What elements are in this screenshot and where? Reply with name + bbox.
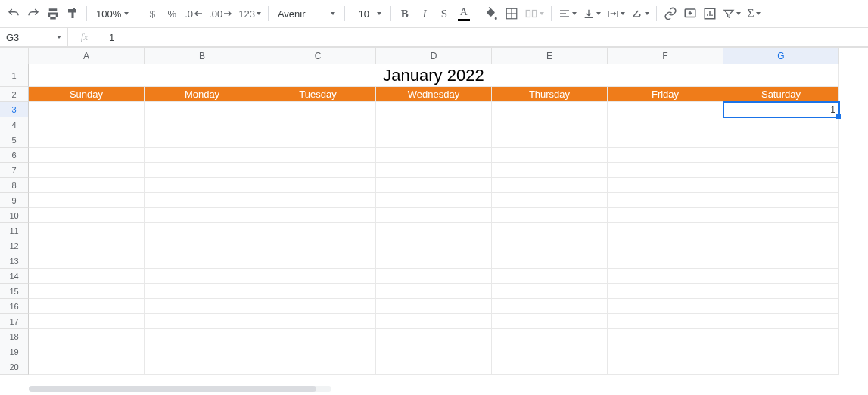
cell-C15[interactable] [260, 284, 376, 299]
format-currency-button[interactable]: $ [143, 4, 161, 23]
cell-C8[interactable] [260, 178, 376, 193]
cell-D14[interactable] [376, 269, 492, 284]
name-box[interactable]: G3 [0, 28, 68, 46]
bold-button[interactable]: B [396, 4, 414, 23]
cell-D5[interactable] [376, 132, 492, 148]
cell-F19[interactable] [608, 344, 723, 359]
row-header-15[interactable]: 15 [0, 284, 29, 299]
cell-A11[interactable] [29, 223, 145, 238]
cell-E5[interactable] [492, 132, 608, 148]
cell-A9[interactable] [29, 193, 145, 208]
cell-A3[interactable] [29, 102, 145, 117]
row-header-18[interactable]: 18 [0, 329, 29, 344]
cell-A19[interactable] [29, 344, 145, 359]
cell-G19[interactable] [723, 344, 839, 359]
cell-F16[interactable] [608, 299, 723, 314]
cell-A6[interactable] [29, 148, 145, 163]
column-header-B[interactable]: B [145, 48, 260, 64]
cell-B17[interactable] [145, 314, 260, 329]
row-header-2[interactable]: 2 [0, 87, 29, 102]
cell-D6[interactable] [376, 148, 492, 163]
column-header-A[interactable]: A [29, 48, 145, 64]
horizontal-align-button[interactable] [556, 4, 579, 23]
more-formats-dropdown[interactable]: 123 [236, 4, 263, 23]
row-header-20[interactable]: 20 [0, 359, 29, 375]
cell-G2[interactable]: Saturday [723, 87, 839, 102]
row-header-1[interactable]: 1 [0, 64, 29, 87]
row-header-10[interactable]: 10 [0, 208, 29, 223]
cell-G15[interactable] [723, 284, 839, 299]
cell-E15[interactable] [492, 284, 608, 299]
cell-G11[interactable] [723, 223, 839, 238]
cell-C2[interactable]: Tuesday [260, 87, 376, 102]
cell-C4[interactable] [260, 117, 376, 132]
sheet-title-cell[interactable]: January 2022 [29, 64, 839, 87]
cell-C17[interactable] [260, 314, 376, 329]
cell-C3[interactable] [260, 102, 376, 117]
cell-A13[interactable] [29, 253, 145, 269]
row-header-9[interactable]: 9 [0, 193, 29, 208]
row-header-12[interactable]: 12 [0, 238, 29, 253]
redo-button[interactable] [24, 4, 42, 23]
cell-E9[interactable] [492, 193, 608, 208]
cell-F6[interactable] [608, 148, 723, 163]
cell-E13[interactable] [492, 253, 608, 269]
increase-decimal-button[interactable]: .00 [207, 4, 235, 23]
cell-C20[interactable] [260, 359, 376, 375]
cell-E14[interactable] [492, 269, 608, 284]
cell-F9[interactable] [608, 193, 723, 208]
cell-B15[interactable] [145, 284, 260, 299]
cell-C9[interactable] [260, 193, 376, 208]
cell-E10[interactable] [492, 208, 608, 223]
insert-comment-button[interactable] [681, 4, 699, 23]
cell-G9[interactable] [723, 193, 839, 208]
cell-F12[interactable] [608, 238, 723, 253]
horizontal-scrollbar[interactable] [29, 386, 331, 392]
print-button[interactable] [44, 4, 62, 23]
column-header-D[interactable]: D [376, 48, 492, 64]
cell-A8[interactable] [29, 178, 145, 193]
row-header-4[interactable]: 4 [0, 117, 29, 132]
cell-A7[interactable] [29, 163, 145, 178]
cell-A16[interactable] [29, 299, 145, 314]
vertical-align-button[interactable] [580, 4, 603, 23]
cell-D11[interactable] [376, 223, 492, 238]
row-header-13[interactable]: 13 [0, 253, 29, 269]
cell-D4[interactable] [376, 117, 492, 132]
cell-D20[interactable] [376, 359, 492, 375]
cell-F5[interactable] [608, 132, 723, 148]
fill-color-button[interactable] [483, 4, 501, 23]
cell-F15[interactable] [608, 284, 723, 299]
cell-B10[interactable] [145, 208, 260, 223]
row-header-6[interactable]: 6 [0, 148, 29, 163]
column-header-F[interactable]: F [608, 48, 723, 64]
paint-format-button[interactable] [64, 4, 82, 23]
cell-E4[interactable] [492, 117, 608, 132]
cell-E19[interactable] [492, 344, 608, 359]
cell-C13[interactable] [260, 253, 376, 269]
cell-G7[interactable] [723, 163, 839, 178]
row-header-3[interactable]: 3 [0, 102, 29, 117]
cell-D9[interactable] [376, 193, 492, 208]
cell-C16[interactable] [260, 299, 376, 314]
cell-G20[interactable] [723, 359, 839, 375]
row-header-17[interactable]: 17 [0, 314, 29, 329]
cell-D2[interactable]: Wednesday [376, 87, 492, 102]
undo-button[interactable] [5, 4, 23, 23]
cell-E18[interactable] [492, 329, 608, 344]
cell-F7[interactable] [608, 163, 723, 178]
cell-E8[interactable] [492, 178, 608, 193]
cell-G4[interactable] [723, 117, 839, 132]
cell-F13[interactable] [608, 253, 723, 269]
row-header-16[interactable]: 16 [0, 299, 29, 314]
cell-G10[interactable] [723, 208, 839, 223]
cell-A4[interactable] [29, 117, 145, 132]
cell-G17[interactable] [723, 314, 839, 329]
cell-B8[interactable] [145, 178, 260, 193]
cell-D16[interactable] [376, 299, 492, 314]
cell-A5[interactable] [29, 132, 145, 148]
cell-G5[interactable] [723, 132, 839, 148]
font-family-dropdown[interactable]: Avenir [273, 4, 340, 23]
row-header-19[interactable]: 19 [0, 344, 29, 359]
insert-chart-button[interactable] [701, 4, 719, 23]
